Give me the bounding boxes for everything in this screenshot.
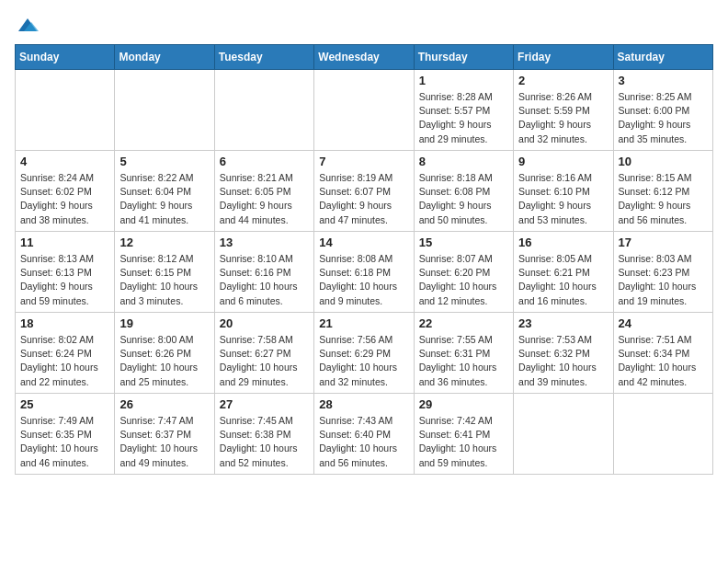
day-info: Sunrise: 8:26 AMSunset: 5:59 PMDaylight:… (518, 90, 608, 146)
day-info: Sunrise: 7:45 AMSunset: 6:38 PMDaylight:… (220, 414, 309, 470)
day-number: 11 (20, 236, 109, 249)
calendar-cell: 20Sunrise: 7:58 AMSunset: 6:27 PMDayligh… (214, 313, 313, 394)
calendar-cell (214, 70, 313, 151)
day-info: Sunrise: 7:43 AMSunset: 6:40 PMDaylight:… (319, 414, 408, 470)
calendar-cell: 24Sunrise: 7:51 AMSunset: 6:34 PMDayligh… (613, 313, 712, 394)
calendar-cell: 25Sunrise: 7:49 AMSunset: 6:35 PMDayligh… (16, 394, 115, 475)
day-number: 29 (419, 397, 508, 411)
day-info: Sunrise: 8:05 AMSunset: 6:21 PMDaylight:… (518, 252, 608, 308)
day-info: Sunrise: 8:24 AMSunset: 6:02 PMDaylight:… (20, 171, 109, 227)
calendar-cell: 19Sunrise: 8:00 AMSunset: 6:26 PMDayligh… (115, 313, 214, 394)
day-number: 23 (518, 316, 608, 330)
day-info: Sunrise: 8:25 AMSunset: 6:00 PMDaylight:… (619, 90, 708, 146)
day-number: 5 (119, 155, 209, 168)
day-number: 3 (619, 74, 708, 87)
calendar-cell: 11Sunrise: 8:13 AMSunset: 6:13 PMDayligh… (16, 232, 115, 313)
calendar-cell: 10Sunrise: 8:15 AMSunset: 6:12 PMDayligh… (613, 151, 712, 232)
day-header-monday: Monday (115, 45, 214, 70)
day-number: 7 (319, 155, 408, 168)
day-number: 17 (619, 236, 708, 249)
day-header-saturday: Saturday (613, 45, 712, 70)
calendar-cell (314, 70, 414, 151)
day-info: Sunrise: 8:19 AMSunset: 6:07 PMDaylight:… (319, 171, 408, 227)
calendar-week-1: 1Sunrise: 8:28 AMSunset: 5:57 PMDaylight… (16, 70, 713, 151)
day-info: Sunrise: 8:16 AMSunset: 6:10 PMDaylight:… (518, 171, 608, 227)
day-info: Sunrise: 8:12 AMSunset: 6:15 PMDaylight:… (119, 252, 209, 308)
day-info: Sunrise: 8:13 AMSunset: 6:13 PMDaylight:… (20, 252, 109, 308)
calendar-cell: 1Sunrise: 8:28 AMSunset: 5:57 PMDaylight… (414, 70, 513, 151)
day-number: 13 (220, 236, 309, 249)
day-info: Sunrise: 7:51 AMSunset: 6:34 PMDaylight:… (619, 333, 708, 389)
day-number: 21 (319, 316, 408, 330)
calendar-cell: 17Sunrise: 8:03 AMSunset: 6:23 PMDayligh… (613, 232, 712, 313)
day-number: 10 (619, 155, 708, 168)
day-info: Sunrise: 8:10 AMSunset: 6:16 PMDaylight:… (220, 252, 309, 308)
calendar-cell: 13Sunrise: 8:10 AMSunset: 6:16 PMDayligh… (214, 232, 313, 313)
calendar-cell: 26Sunrise: 7:47 AMSunset: 6:37 PMDayligh… (115, 394, 214, 475)
calendar-week-4: 18Sunrise: 8:02 AMSunset: 6:24 PMDayligh… (16, 313, 713, 394)
day-number: 24 (619, 316, 708, 330)
calendar-cell: 16Sunrise: 8:05 AMSunset: 6:21 PMDayligh… (514, 232, 613, 313)
day-info: Sunrise: 7:49 AMSunset: 6:35 PMDaylight:… (20, 414, 109, 470)
day-number: 25 (20, 397, 109, 411)
calendar-cell (16, 70, 115, 151)
day-number: 16 (518, 236, 608, 249)
calendar-cell: 29Sunrise: 7:42 AMSunset: 6:41 PMDayligh… (414, 394, 513, 475)
calendar-cell: 5Sunrise: 8:22 AMSunset: 6:04 PMDaylight… (115, 151, 214, 232)
page-header (15, 15, 713, 37)
day-number: 18 (20, 316, 109, 330)
calendar-cell: 6Sunrise: 8:21 AMSunset: 6:05 PMDaylight… (214, 151, 313, 232)
day-number: 4 (20, 155, 109, 168)
day-info: Sunrise: 8:22 AMSunset: 6:04 PMDaylight:… (119, 171, 209, 227)
day-info: Sunrise: 8:15 AMSunset: 6:12 PMDaylight:… (619, 171, 708, 227)
calendar-cell: 8Sunrise: 8:18 AMSunset: 6:08 PMDaylight… (414, 151, 513, 232)
calendar-cell: 28Sunrise: 7:43 AMSunset: 6:40 PMDayligh… (314, 394, 414, 475)
day-number: 14 (319, 236, 408, 249)
day-header-thursday: Thursday (414, 45, 513, 70)
day-number: 28 (319, 397, 408, 411)
day-info: Sunrise: 8:21 AMSunset: 6:05 PMDaylight:… (220, 171, 309, 227)
day-number: 12 (119, 236, 209, 249)
day-number: 26 (119, 397, 209, 411)
calendar-cell (115, 70, 214, 151)
day-number: 6 (220, 155, 309, 168)
day-number: 22 (419, 316, 508, 330)
day-header-sunday: Sunday (16, 45, 115, 70)
calendar-cell: 12Sunrise: 8:12 AMSunset: 6:15 PMDayligh… (115, 232, 214, 313)
logo (15, 15, 39, 37)
day-number: 9 (518, 155, 608, 168)
day-number: 19 (119, 316, 209, 330)
calendar-cell: 18Sunrise: 8:02 AMSunset: 6:24 PMDayligh… (16, 313, 115, 394)
calendar-cell: 21Sunrise: 7:56 AMSunset: 6:29 PMDayligh… (314, 313, 414, 394)
calendar-cell: 2Sunrise: 8:26 AMSunset: 5:59 PMDaylight… (514, 70, 613, 151)
day-info: Sunrise: 7:55 AMSunset: 6:31 PMDaylight:… (419, 333, 508, 389)
day-number: 15 (419, 236, 508, 249)
calendar-week-5: 25Sunrise: 7:49 AMSunset: 6:35 PMDayligh… (16, 394, 713, 475)
calendar-cell (514, 394, 613, 475)
day-info: Sunrise: 7:58 AMSunset: 6:27 PMDaylight:… (220, 333, 309, 389)
day-info: Sunrise: 7:42 AMSunset: 6:41 PMDaylight:… (419, 414, 508, 470)
calendar-cell: 27Sunrise: 7:45 AMSunset: 6:38 PMDayligh… (214, 394, 313, 475)
day-info: Sunrise: 7:47 AMSunset: 6:37 PMDaylight:… (119, 414, 209, 470)
day-info: Sunrise: 8:00 AMSunset: 6:26 PMDaylight:… (119, 333, 209, 389)
calendar-week-2: 4Sunrise: 8:24 AMSunset: 6:02 PMDaylight… (16, 151, 713, 232)
calendar-cell: 3Sunrise: 8:25 AMSunset: 6:00 PMDaylight… (613, 70, 712, 151)
day-info: Sunrise: 8:02 AMSunset: 6:24 PMDaylight:… (20, 333, 109, 389)
calendar-cell: 9Sunrise: 8:16 AMSunset: 6:10 PMDaylight… (514, 151, 613, 232)
calendar-cell: 15Sunrise: 8:07 AMSunset: 6:20 PMDayligh… (414, 232, 513, 313)
day-info: Sunrise: 7:56 AMSunset: 6:29 PMDaylight:… (319, 333, 408, 389)
day-number: 2 (518, 74, 608, 87)
day-number: 20 (220, 316, 309, 330)
calendar-header-row: SundayMondayTuesdayWednesdayThursdayFrid… (16, 45, 713, 70)
calendar-cell (613, 394, 712, 475)
day-number: 8 (419, 155, 508, 168)
calendar-week-3: 11Sunrise: 8:13 AMSunset: 6:13 PMDayligh… (16, 232, 713, 313)
calendar-cell: 14Sunrise: 8:08 AMSunset: 6:18 PMDayligh… (314, 232, 414, 313)
day-info: Sunrise: 8:03 AMSunset: 6:23 PMDaylight:… (619, 252, 708, 308)
day-info: Sunrise: 7:53 AMSunset: 6:32 PMDaylight:… (518, 333, 608, 389)
calendar-table: SundayMondayTuesdayWednesdayThursdayFrid… (15, 44, 713, 475)
logo-icon (17, 15, 39, 37)
calendar-cell: 22Sunrise: 7:55 AMSunset: 6:31 PMDayligh… (414, 313, 513, 394)
calendar-cell: 7Sunrise: 8:19 AMSunset: 6:07 PMDaylight… (314, 151, 414, 232)
day-header-wednesday: Wednesday (314, 45, 414, 70)
